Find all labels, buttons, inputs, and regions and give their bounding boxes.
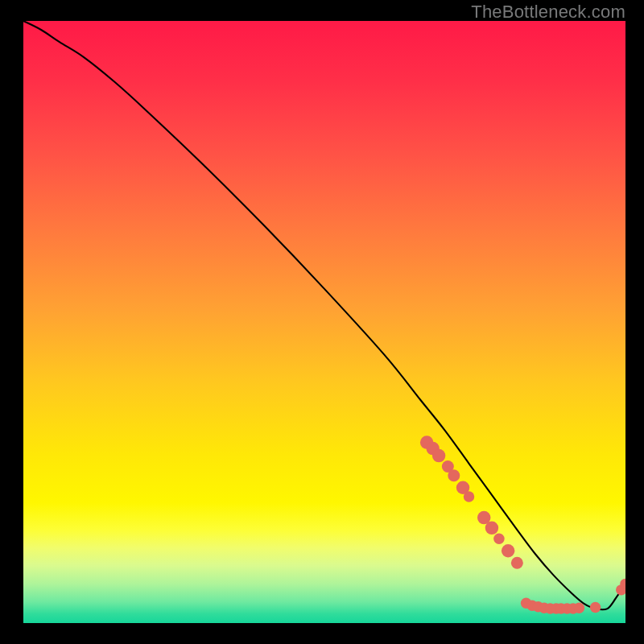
marker-dot: [448, 469, 460, 481]
marker-dot: [511, 557, 523, 569]
marker-dot: [485, 522, 498, 535]
marker-dot: [464, 491, 474, 502]
marker-dot: [502, 544, 514, 557]
figure-root: TheBottleneck.com: [0, 0, 644, 644]
curve-markers: [420, 436, 625, 613]
bottleneck-curve: [23, 21, 625, 609]
plot-area: [23, 21, 625, 623]
watermark-text: TheBottleneck.com: [471, 2, 625, 23]
marker-dot: [432, 449, 445, 462]
marker-dot: [574, 603, 584, 613]
marker-dot: [590, 602, 601, 613]
marker-dot: [493, 534, 504, 544]
curve-layer: [23, 21, 625, 623]
